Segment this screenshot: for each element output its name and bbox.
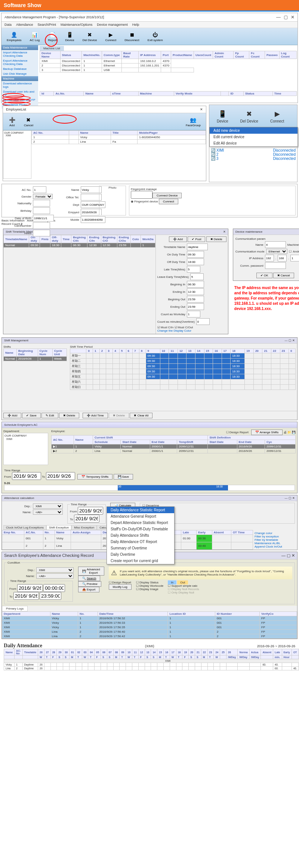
- primary-logs-table: DepartmentNameNo.Date/TimeLocation IDID …: [2, 611, 297, 639]
- delete-btn[interactable]: ✖ Delete: [206, 236, 226, 242]
- connect-device-btn[interactable]: Connect Device: [152, 193, 182, 198]
- modify-log-btn[interactable]: Modify Log: [109, 584, 132, 590]
- facegroup-button[interactable]: 👥FaceGroup: [182, 115, 204, 128]
- ac-log-button[interactable]: 📊AC Log: [26, 30, 44, 43]
- connect-button[interactable]: ▶Connect: [101, 30, 120, 43]
- ctx-edit-current[interactable]: Edit current device: [210, 134, 298, 140]
- del-device-button[interactable]: ✖Del Device: [79, 30, 101, 43]
- preview-btn[interactable]: 🔍 Preview: [78, 581, 101, 587]
- export-btn[interactable]: 📤 Export: [78, 587, 99, 592]
- menubar[interactable]: DataAttendanceSearch/PrintMaintenance/Op…: [1, 22, 298, 28]
- sidebar: Data Maintenance Import Attendance Check…: [1, 45, 38, 109]
- clearall-btn[interactable]: ✖ Clear All: [130, 413, 152, 418]
- addtime-btn[interactable]: ➕ Add Time: [83, 413, 108, 418]
- close-icon: ✕: [291, 15, 295, 20]
- deltime-btn[interactable]: ✖ Delete: [109, 413, 129, 418]
- win-controls[interactable]: —▢✕: [276, 15, 295, 20]
- search-btn[interactable]: 🔍 Search: [78, 576, 100, 581]
- close-icon: ✕: [200, 108, 203, 111]
- add-btn[interactable]: ➕ Add: [169, 236, 187, 242]
- zoom-device-panel: 📱Device✖Del Device▶Connect Add new devic…: [209, 105, 298, 182]
- device-maint-dlg: Device maintenance✕ Communication param …: [233, 229, 299, 281]
- connect-btn[interactable]: Connect: [159, 199, 178, 204]
- cancel-btn[interactable]: ✖ Cancel: [273, 273, 294, 278]
- edit-btn[interactable]: ✎ Edit: [41, 413, 58, 418]
- temp-shifts-btn[interactable]: 📅 Temporary Shifts: [77, 474, 112, 480]
- device-zbtn[interactable]: 📱Device: [211, 106, 234, 125]
- tab-machine-list[interactable]: Machine List: [40, 46, 64, 51]
- name-input[interactable]: [81, 186, 102, 193]
- daily-attend-report: Daily Attendance(XIMI) 2016-09-26 ~ 2016…: [4, 643, 295, 670]
- employee-list-window: EmployeeList✕ ➕Add✖Cancel👥FaceGroup OUR …: [3, 106, 206, 181]
- gender-select[interactable]: Female: [33, 194, 53, 199]
- del-device-zbtn[interactable]: ✖Del Device: [234, 106, 264, 125]
- search-dlg: Search Employee's Attendance Checking Re…: [1, 552, 298, 639]
- employees-button[interactable]: 👤Employees: [3, 30, 25, 43]
- max-icon: ▢: [284, 15, 288, 20]
- shift-mgmt-dlg: Shift Management— ▢ ✕ Shifts NameBeginni…: [1, 337, 298, 420]
- main-window: Attendance Management Program - [Temp-Su…: [1, 13, 298, 103]
- arrange-btn[interactable]: 📅 Arrange Shifts: [251, 430, 283, 435]
- ctx-add-device[interactable]: Add new device: [210, 127, 298, 134]
- machine-table: Device NameStatusMachineNo.Comm.typeBaud…: [40, 51, 297, 72]
- photo-box: Photo: [99, 186, 126, 216]
- save-btn[interactable]: ✔ Save: [22, 413, 40, 418]
- add-button[interactable]: ➕Add: [4, 115, 19, 128]
- employee-form: AC No. GenderFemale Nationality Birthday…: [1, 184, 298, 217]
- acno-input[interactable]: [33, 186, 46, 193]
- close-icon: ✕: [223, 230, 226, 233]
- post-btn[interactable]: ✔ Post: [188, 236, 205, 242]
- change-color-link[interactable]: Change the Display Color: [157, 329, 191, 332]
- report-button[interactable]: 📄Report: [44, 30, 61, 43]
- exit-system-button[interactable]: ⏻Exit system: [144, 30, 167, 43]
- del-btn[interactable]: ✖ Delete: [59, 413, 79, 418]
- attendance-calc-dlg: Attendance calculation— ▢ ✕ Dep.:XIMI Na…: [1, 495, 298, 550]
- disconnect-button[interactable]: ⏹Disconnect: [121, 30, 143, 43]
- cancel-button[interactable]: ✖Cancel: [20, 115, 37, 128]
- win-title: Attendance Management Program - [Temp-Su…: [4, 15, 104, 19]
- min-icon: —: [276, 15, 281, 20]
- shift-timetable-dlg: Shift Timetable Maintenance✕ TimetableNa…: [3, 229, 228, 334]
- adv-export-btn[interactable]: 💾 Advanced Export: [78, 567, 104, 576]
- banner-title: Software Show: [0, 0, 299, 12]
- ip-note: The IP address must the same as your dev…: [231, 282, 299, 314]
- save-btn[interactable]: 💾 Save: [114, 474, 133, 480]
- device-button[interactable]: 📱Device: [61, 30, 78, 43]
- sched-emp-dlg: Schedule Employee's AC Department: OUR C…: [1, 422, 298, 493]
- toolbar: 👤Employees📊AC Log📄Report📱Device✖Del Devi…: [1, 28, 298, 45]
- add-btn[interactable]: ➕ Add: [3, 413, 21, 418]
- ctx-edit-all[interactable]: Edit All device: [210, 140, 298, 146]
- ok-btn[interactable]: ✔ OK: [256, 273, 272, 278]
- report-menu: Daily Attendance Statistic Report Attend…: [107, 506, 175, 564]
- connect-zbtn[interactable]: ▶Connect: [264, 106, 290, 125]
